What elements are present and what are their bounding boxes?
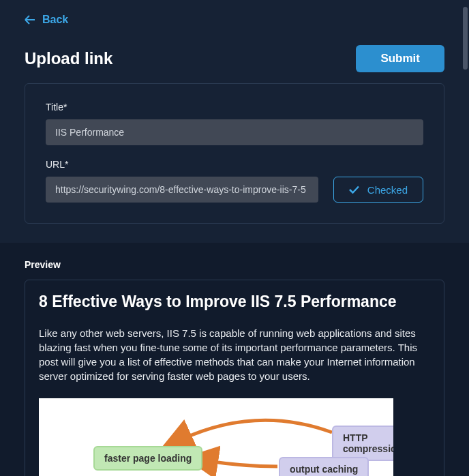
title-field-group: Title* (46, 102, 423, 145)
submit-button[interactable]: Submit (356, 45, 444, 72)
preview-section-label: Preview (25, 259, 444, 270)
form-panel: Title* URL* Checked (25, 83, 444, 224)
checked-button[interactable]: Checked (333, 177, 423, 203)
url-field-group: URL* Checked (46, 159, 423, 203)
diagram-node-http: HTTP compression (332, 426, 393, 461)
checked-label: Checked (367, 184, 408, 196)
page-title: Upload link (25, 49, 112, 68)
check-icon (349, 185, 359, 194)
preview-section: Preview 8 Effective Ways to Improve IIS … (0, 243, 469, 476)
preview-article-desc: Like any other web servers, IIS 7.5 is c… (39, 326, 430, 383)
scrollbar[interactable] (463, 7, 468, 70)
diagram-node-output: output caching (279, 457, 369, 476)
title-label: Title* (46, 102, 423, 113)
preview-panel: 8 Effective Ways to Improve IIS 7.5 Perf… (25, 280, 444, 476)
header: Upload link Submit (0, 40, 469, 83)
title-input[interactable] (46, 119, 423, 145)
arrow-left-icon (25, 15, 35, 25)
preview-article-title: 8 Effective Ways to Improve IIS 7.5 Perf… (39, 293, 430, 311)
url-input[interactable] (46, 177, 318, 203)
url-label: URL* (46, 159, 423, 170)
diagram-node-faster: faster page loading (93, 446, 202, 471)
preview-diagram: faster page loading HTTP compression out… (39, 398, 393, 476)
back-label: Back (42, 14, 68, 26)
back-link[interactable]: Back (0, 0, 469, 40)
